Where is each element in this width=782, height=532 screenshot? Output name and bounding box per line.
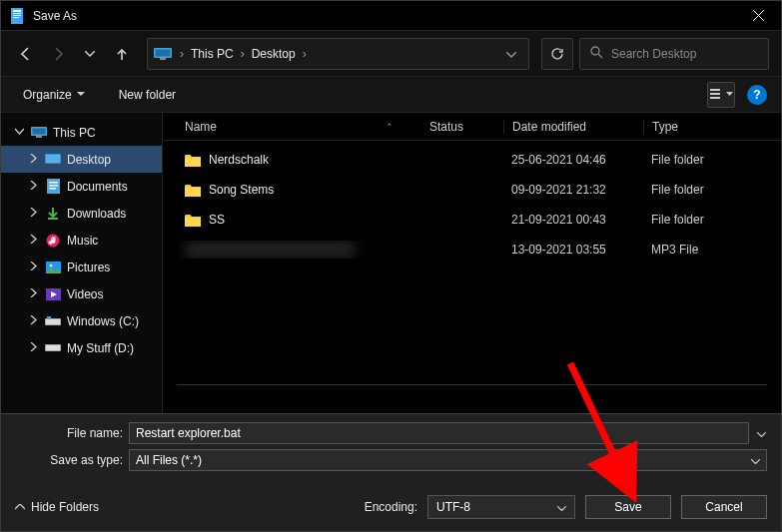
organize-button[interactable]: Organize — [15, 83, 93, 107]
svg-rect-18 — [49, 182, 58, 184]
chevron-right-icon — [29, 235, 39, 246]
folder-icon — [185, 214, 201, 227]
search-box[interactable] — [579, 38, 769, 70]
close-button[interactable] — [735, 1, 781, 31]
refresh-button[interactable] — [541, 38, 573, 70]
tree-item-drive-c[interactable]: Windows (C:) — [1, 307, 162, 334]
svg-point-8 — [591, 47, 599, 55]
cancel-button[interactable]: Cancel — [681, 495, 767, 519]
search-icon — [590, 46, 603, 62]
hide-folders-button[interactable]: Hide Folders — [15, 500, 99, 514]
savetype-combo[interactable]: All Files (*.*) — [129, 449, 767, 471]
chevron-right-icon — [29, 342, 39, 353]
chevron-right-icon: › — [237, 47, 249, 61]
body: This PC Desktop Documents Downloads Musi — [1, 113, 781, 413]
file-row[interactable]: 13-09-2021 03:55 MP3 File — [163, 235, 781, 265]
svg-rect-14 — [36, 136, 42, 138]
tree-root-this-pc[interactable]: This PC — [1, 119, 162, 146]
chevron-right-icon — [29, 154, 39, 165]
svg-rect-21 — [48, 218, 58, 220]
svg-rect-10 — [710, 93, 720, 95]
chevron-down-icon — [557, 500, 566, 514]
chevron-right-icon — [29, 315, 39, 326]
forward-button[interactable] — [45, 41, 71, 67]
address-dropdown[interactable] — [500, 47, 522, 61]
svg-rect-16 — [46, 155, 60, 163]
svg-rect-20 — [49, 188, 56, 190]
recent-locations-button[interactable] — [77, 41, 103, 67]
redacted-filename — [185, 241, 355, 259]
svg-rect-9 — [710, 89, 720, 91]
videos-icon — [45, 286, 61, 302]
titlebar: Save As — [1, 1, 781, 31]
file-list: Nerdschalk 25-06-2021 04:46 File folder … — [163, 141, 781, 413]
breadcrumb-root[interactable]: This PC — [188, 47, 237, 61]
chevron-right-icon — [29, 262, 39, 272]
app-icon — [9, 8, 25, 24]
chevron-right-icon: › — [299, 47, 311, 61]
filename-dropdown[interactable] — [755, 426, 767, 440]
svg-rect-4 — [13, 17, 19, 18]
svg-rect-27 — [46, 319, 60, 324]
desktop-icon — [45, 152, 61, 168]
svg-rect-7 — [160, 58, 166, 60]
chevron-up-icon — [15, 504, 25, 510]
this-pc-icon — [31, 125, 47, 141]
folder-icon — [185, 184, 201, 197]
svg-rect-13 — [33, 128, 46, 134]
chevron-right-icon — [29, 208, 39, 219]
breadcrumb-current[interactable]: Desktop — [249, 47, 299, 61]
filename-input[interactable] — [129, 422, 749, 444]
back-button[interactable] — [13, 41, 39, 67]
new-folder-button[interactable]: New folder — [111, 83, 184, 107]
column-status[interactable]: Status — [421, 120, 503, 134]
filename-label: File name: — [15, 426, 123, 440]
file-row[interactable]: SS 21-09-2021 00:43 File folder — [163, 205, 781, 235]
chevron-down-icon — [15, 127, 25, 138]
this-pc-icon — [154, 47, 172, 61]
navigation-tree: This PC Desktop Documents Downloads Musi — [1, 113, 163, 413]
tree-item-drive-d[interactable]: My Stuff (D:) — [1, 334, 162, 361]
tree-item-downloads[interactable]: Downloads — [1, 200, 162, 227]
save-as-dialog: Save As › This PC › Desktop › — [0, 0, 782, 532]
help-button[interactable]: ? — [747, 85, 767, 105]
savetype-label: Save as type: — [15, 453, 123, 467]
file-pane: Name⌃ Status Date modified Type Nerdscha… — [163, 113, 781, 413]
file-row[interactable]: Song Stems 09-09-2021 21:32 File folder — [163, 175, 781, 205]
up-button[interactable] — [109, 41, 135, 67]
drive-icon — [45, 340, 61, 356]
tree-item-music[interactable]: Music — [1, 227, 162, 254]
tree-item-desktop[interactable]: Desktop — [1, 146, 162, 173]
svg-rect-19 — [49, 185, 58, 187]
chevron-right-icon: › — [176, 47, 188, 61]
svg-rect-11 — [710, 97, 720, 99]
save-form: File name: Save as type: All Files (*.*) — [1, 413, 781, 483]
encoding-label: Encoding: — [365, 500, 417, 514]
window-title: Save As — [33, 9, 735, 23]
svg-rect-32 — [185, 188, 201, 197]
column-name[interactable]: Name⌃ — [177, 120, 421, 134]
nav-row: › This PC › Desktop › — [1, 31, 781, 77]
music-icon — [45, 233, 61, 249]
svg-rect-1 — [13, 10, 21, 12]
chevron-down-icon — [751, 455, 760, 466]
tree-item-pictures[interactable]: Pictures — [1, 254, 162, 280]
svg-rect-28 — [47, 316, 51, 319]
downloads-icon — [45, 206, 61, 222]
sort-indicator-icon: ⌃ — [386, 122, 393, 132]
search-input[interactable] — [611, 47, 761, 61]
tree-item-documents[interactable]: Documents — [1, 173, 162, 200]
column-date[interactable]: Date modified — [503, 120, 643, 134]
tree-item-videos[interactable]: Videos — [1, 280, 162, 307]
save-button[interactable]: Save — [585, 495, 671, 519]
svg-rect-31 — [185, 158, 201, 167]
view-options-button[interactable] — [707, 82, 735, 108]
address-bar[interactable]: › This PC › Desktop › — [147, 38, 529, 70]
encoding-select[interactable]: UTF-8 — [427, 495, 575, 519]
chevron-right-icon — [29, 288, 39, 299]
file-row[interactable]: Nerdschalk 25-06-2021 04:46 File folder — [163, 145, 781, 175]
svg-rect-33 — [185, 218, 201, 227]
action-row: Hide Folders Encoding: UTF-8 Save Cancel — [1, 483, 781, 531]
svg-rect-6 — [156, 49, 171, 56]
column-type[interactable]: Type — [643, 120, 753, 134]
